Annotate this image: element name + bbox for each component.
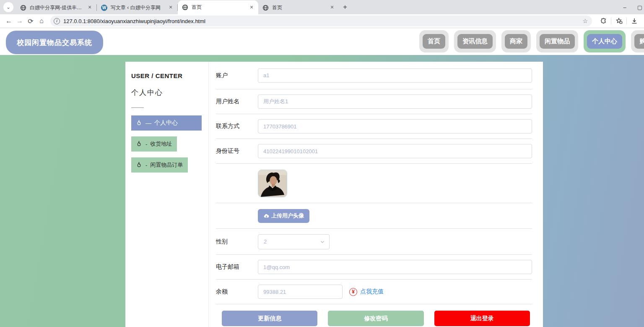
tab-title: 首页	[272, 4, 325, 11]
user-avatar	[258, 170, 287, 197]
sidebar-title: 个人中心	[131, 88, 203, 97]
tab-title: 白嫖中分享网-提供丰富的 Java	[30, 4, 83, 11]
extensions-icon[interactable]	[600, 18, 607, 25]
account-input[interactable]	[258, 68, 532, 83]
back-icon[interactable]: ←	[3, 17, 14, 25]
field-label: 用户姓名	[216, 98, 258, 105]
item-label: 收货地址	[150, 140, 172, 148]
nav-item-idle-goods[interactable]: 闲置物品	[536, 30, 578, 52]
tab-close-icon[interactable]: ×	[329, 4, 335, 11]
home-icon[interactable]: ⌂	[36, 17, 47, 25]
update-info-button[interactable]: 更新信息	[222, 311, 317, 326]
browser-address-bar: ← → ⟳ ⌂ i 127.0.0.1:8080/xiaoyuanxianzhi…	[0, 14, 644, 28]
browser-tab-active[interactable]: 首页 ×	[178, 0, 258, 14]
user-center-sidebar: USER / CENTER 个人中心 — 个人中心 - 收货地址	[125, 62, 209, 327]
breadcrumb: USER / CENTER	[131, 72, 203, 79]
nav-item-user-center[interactable]: 个人中心	[584, 30, 626, 52]
logout-button[interactable]: 退出登录	[434, 311, 530, 326]
flame-icon	[135, 120, 143, 127]
form-actions: 更新信息 修改密码 退出登录	[216, 304, 532, 326]
content-card: USER / CENTER 个人中心 — 个人中心 - 收货地址	[125, 62, 543, 327]
username-input[interactable]	[258, 94, 532, 109]
item-label: 个人中心	[154, 119, 178, 127]
tab-search-icon[interactable]: ⌄	[3, 2, 13, 12]
toolbar-separator	[611, 18, 611, 24]
tab-close-icon[interactable]: ×	[86, 4, 93, 11]
email-input[interactable]	[258, 260, 532, 274]
item-dash: —	[145, 120, 151, 126]
flame-icon	[135, 141, 143, 148]
bookmarks-badge-icon[interactable]	[615, 17, 623, 25]
browser-tab[interactable]: 白嫖中分享网-提供丰富的 Java ×	[16, 1, 96, 14]
field-label: 身份证号	[216, 147, 258, 155]
browser-tab[interactable]: 首页 ×	[258, 1, 339, 14]
site-logo[interactable]: 校园闲置物品交易系统	[6, 31, 103, 54]
field-label: 联系方式	[216, 123, 258, 130]
sidebar-item-shipping-address[interactable]: - 收货地址	[131, 136, 177, 152]
download-icon[interactable]	[631, 17, 638, 25]
globe-icon	[20, 5, 26, 11]
main-nav: 首页 资讯信息 商家 闲置物品 个人中心 购物车	[419, 30, 644, 52]
divider	[131, 107, 144, 108]
change-password-button[interactable]: 修改密码	[328, 311, 423, 326]
form-row-upload: 上传用户头像	[216, 203, 532, 229]
reload-icon[interactable]: ⟳	[25, 17, 36, 25]
wordpress-icon: W	[101, 5, 107, 11]
sidebar-item-idle-goods-orders[interactable]: - 闲置物品订单	[131, 157, 188, 173]
tab-title: 首页	[192, 4, 245, 11]
nav-item-cart[interactable]: 购物车	[631, 30, 644, 52]
nav-item-home[interactable]: 首页	[419, 30, 449, 52]
globe-icon	[262, 5, 269, 11]
profile-form: 账户 用户姓名 联系方式 身份证号	[209, 62, 543, 327]
minimize-button[interactable]: –	[623, 4, 626, 10]
browser-tab-strip: ⌄ 白嫖中分享网-提供丰富的 Java × W 写文章 ‹ 白嫖中分享网 × 首…	[0, 0, 644, 14]
maximize-button[interactable]: ▢	[637, 4, 642, 10]
item-dash: -	[145, 162, 147, 168]
sidebar-item-user-center[interactable]: — 个人中心	[131, 115, 202, 131]
nav-item-merchant[interactable]: 商家	[501, 30, 531, 52]
gender-select[interactable]: 2	[258, 234, 330, 249]
tab-close-icon[interactable]: ×	[248, 4, 255, 11]
upload-avatar-button[interactable]: 上传用户头像	[258, 209, 309, 223]
site-info-icon[interactable]: i	[54, 18, 60, 24]
nav-item-news[interactable]: 资讯信息	[454, 30, 496, 52]
form-row-balance: 余额 ¥ 点我充值	[216, 280, 532, 304]
tab-close-icon[interactable]: ×	[167, 4, 174, 11]
window-controls: – ▢	[623, 0, 644, 14]
form-row-username: 用户姓名	[216, 89, 532, 114]
field-label: 性别	[216, 238, 258, 246]
toolbar-separator	[626, 18, 627, 24]
bookmark-star-icon[interactable]: ☆	[582, 18, 588, 24]
phone-input[interactable]	[258, 119, 532, 133]
url-field[interactable]: i 127.0.0.1:8080/xiaoyuanxianzhiwupinjia…	[50, 16, 592, 26]
form-row-phone: 联系方式	[216, 114, 532, 139]
field-label: 账户	[216, 72, 258, 79]
item-dash: -	[145, 141, 147, 147]
sidebar-menu: — 个人中心 - 收货地址 - 闲置物品订单	[131, 115, 203, 173]
site-header: 校园闲置物品交易系统 首页 资讯信息 商家 闲置物品 个人中心 购物车	[0, 28, 644, 55]
new-tab-button[interactable]: +	[343, 3, 347, 11]
recharge-link[interactable]: 点我充值	[360, 288, 384, 296]
forward-icon[interactable]: →	[14, 17, 25, 25]
form-row-id-number: 身份证号	[216, 139, 532, 164]
field-label: 电子邮箱	[216, 263, 258, 271]
tab-title: 写文章 ‹ 白嫖中分享网	[111, 4, 164, 11]
form-row-avatar	[216, 164, 532, 203]
page-background: USER / CENTER 个人中心 — 个人中心 - 收货地址	[0, 55, 644, 327]
yen-icon: ¥	[349, 288, 357, 296]
field-label: 余额	[216, 288, 258, 296]
balance-input[interactable]	[258, 285, 343, 299]
flame-icon	[135, 162, 143, 169]
globe-icon	[182, 4, 188, 10]
form-row-gender: 性别 2	[216, 229, 532, 255]
form-row-account: 账户	[216, 62, 532, 89]
chevron-down-icon	[320, 239, 325, 244]
cloud-upload-icon	[263, 213, 270, 219]
url-text[interactable]: 127.0.0.1:8080/xiaoyuanxianzhiwupinjiaoy…	[63, 18, 582, 24]
form-row-email: 电子邮箱	[216, 255, 532, 280]
id-number-input[interactable]	[258, 144, 532, 158]
browser-tab[interactable]: W 写文章 ‹ 白嫖中分享网 ×	[97, 1, 177, 14]
gender-value: 2	[264, 238, 320, 245]
item-label: 闲置物品订单	[150, 161, 183, 169]
